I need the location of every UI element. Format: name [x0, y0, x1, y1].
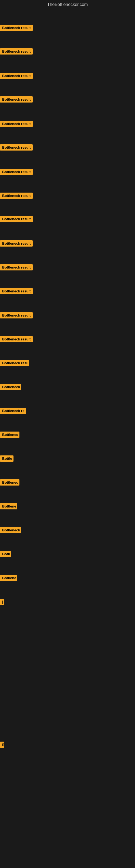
- bottleneck-badge: Bottleneck result: [0, 288, 33, 294]
- list-item[interactable]: Bottleneck result: [0, 312, 33, 319]
- list-item[interactable]: Bottleneck result: [0, 336, 33, 343]
- bottleneck-badge: Bottleneck result: [0, 73, 33, 79]
- list-item[interactable]: Bottlenec: [0, 479, 19, 487]
- bottleneck-badge: Bottlene: [0, 575, 17, 581]
- bottleneck-badge: Bottlenec: [0, 432, 19, 438]
- bottleneck-badge: Bottleneck result: [0, 48, 33, 55]
- bottleneck-badge: Bottleneck result: [0, 121, 33, 127]
- list-item[interactable]: Bottleneck result: [0, 169, 33, 176]
- list-item[interactable]: Bottlene: [0, 503, 17, 510]
- bottleneck-badge: Bottleneck result: [0, 216, 33, 222]
- list-item[interactable]: Bottleneck result: [0, 240, 33, 248]
- bottleneck-badge: Bottle: [0, 456, 13, 462]
- list-item[interactable]: Bottleneck result: [0, 288, 33, 296]
- bottleneck-badge: Bottleneck result: [0, 240, 33, 247]
- bottleneck-badge: Bottleneck result: [0, 264, 33, 271]
- list-item[interactable]: Bottl: [0, 551, 11, 558]
- list-item[interactable]: Bottleneck: [0, 527, 21, 534]
- list-item[interactable]: Bottleneck result: [0, 73, 33, 80]
- bottleneck-badge: Bottlene: [0, 503, 17, 509]
- bottleneck-badge: |: [0, 599, 4, 605]
- bottleneck-badge: Bottleneck result: [0, 312, 33, 318]
- bottleneck-badge: Bottleneck: [0, 527, 21, 533]
- bottleneck-badge: Bottleneck resu: [0, 360, 29, 366]
- list-item[interactable]: Bottleneck result: [0, 264, 33, 272]
- bottleneck-badge: Bottleneck re: [0, 408, 26, 414]
- list-item[interactable]: Bottle: [0, 456, 13, 463]
- bottleneck-badge: Bottl: [0, 551, 11, 557]
- list-item[interactable]: Bottleneck result: [0, 25, 33, 32]
- bottleneck-badge: Bottleneck result: [0, 169, 33, 175]
- list-item[interactable]: Bottlene: [0, 575, 17, 582]
- bottleneck-badge: B: [0, 742, 4, 748]
- site-title: TheBottlenecker.com: [0, 0, 135, 9]
- list-item[interactable]: Bottleneck result: [0, 193, 33, 200]
- bottleneck-badge: Bottleneck result: [0, 96, 33, 102]
- list-item[interactable]: |: [0, 599, 4, 606]
- bottleneck-badge: Bottleneck result: [0, 336, 33, 342]
- list-item[interactable]: Bottleneck result: [0, 48, 33, 56]
- list-item[interactable]: Bottleneck re: [0, 408, 26, 415]
- bottleneck-badge: Bottleneck: [0, 384, 21, 390]
- list-item[interactable]: B: [0, 742, 4, 749]
- list-item[interactable]: Bottlenec: [0, 432, 19, 439]
- list-item[interactable]: Bottleneck result: [0, 96, 33, 104]
- list-item[interactable]: Bottleneck result: [0, 216, 33, 223]
- bottleneck-badge: Bottlenec: [0, 479, 19, 486]
- list-item[interactable]: Bottleneck resu: [0, 360, 29, 367]
- list-item[interactable]: Bottleneck result: [0, 121, 33, 128]
- bottleneck-badge: Bottleneck result: [0, 25, 33, 31]
- list-item[interactable]: Bottleneck: [0, 384, 21, 391]
- list-item[interactable]: Bottleneck result: [0, 144, 33, 152]
- bottleneck-badge: Bottleneck result: [0, 193, 33, 199]
- bottleneck-badge: Bottleneck result: [0, 144, 33, 151]
